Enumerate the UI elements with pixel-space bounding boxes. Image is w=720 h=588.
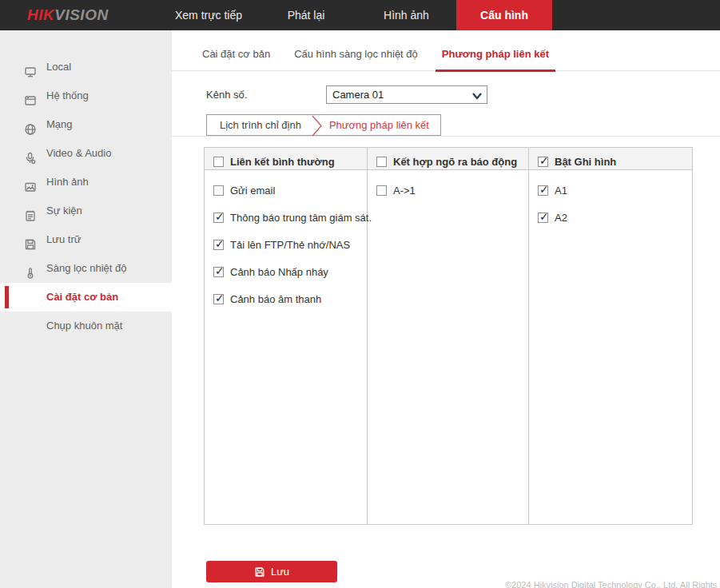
- checkbox-label: A1: [555, 185, 567, 197]
- checkbox-label: Cảnh báo Nhấp nháy: [230, 266, 328, 278]
- checkbox-item-a2[interactable]: A2: [529, 204, 692, 231]
- content-tabs: Cài đặt cơ bản Cấu hình sàng lọc nhiệt đ…: [172, 30, 720, 71]
- tab-linkage-method[interactable]: Phương pháp liên kết: [436, 48, 555, 72]
- linkage-table-header: Liên kết bình thường Kết hợp ngõ ra báo …: [205, 148, 692, 170]
- sidebar-item-local[interactable]: Local: [0, 53, 172, 81]
- sidebar-item-label: Lưu trữ: [46, 233, 81, 245]
- sidebar-item-label: Mạng: [46, 118, 73, 130]
- thermometer-icon: [24, 262, 37, 275]
- sidebar-item-video-audio[interactable]: Video & Audio: [0, 139, 172, 168]
- sidebar-item-label: Hệ thống: [46, 89, 89, 101]
- hikvision-config-page: { "top_nav": { "logo": { "part1": "HIK",…: [0, 0, 720, 588]
- checkbox-label: Cảnh báo âm thanh: [230, 293, 321, 305]
- logo-part-red: HIK: [27, 6, 54, 23]
- system-window-icon: [24, 89, 37, 102]
- nav-live-view[interactable]: Xem trực tiếp: [161, 0, 256, 30]
- sidebar-item-label: Sự kiện: [46, 205, 82, 217]
- checkbox-item-flashing-alarm[interactable]: Cảnh báo Nhấp nháy: [205, 258, 367, 285]
- checkbox[interactable]: [213, 240, 224, 250]
- sidebar-item-label: Chụp khuôn mặt: [46, 320, 122, 332]
- checkbox-label: Gửi email: [230, 185, 275, 197]
- checkbox[interactable]: [376, 157, 387, 167]
- copyright-text: ©2024 Hikvision Digital Technology Co., …: [505, 580, 720, 588]
- logo-part-gray: VISION: [54, 6, 108, 23]
- column-normal-linkage: Gửi email Thông báo trung tâm giám sát. …: [205, 170, 368, 524]
- header-label: Bật Ghi hình: [555, 156, 616, 168]
- sidebar-item-label: Cài đặt cơ bản: [46, 291, 118, 303]
- monitor-icon: [24, 61, 37, 74]
- checkbox[interactable]: [538, 157, 548, 167]
- hikvision-logo: HIKVISION: [27, 0, 109, 30]
- checkbox[interactable]: [213, 185, 224, 196]
- subtab-linkage-method[interactable]: Phương pháp liên kết: [323, 114, 441, 136]
- tab-temperature-screening-config[interactable]: Cấu hình sàng lọc nhiệt độ: [288, 48, 424, 72]
- event-note-icon: [24, 205, 37, 217]
- main-content: Cài đặt cơ bản Cấu hình sàng lọc nhiệt đ…: [172, 30, 720, 588]
- column-alarm-output: A->1: [368, 170, 529, 524]
- save-row: Lưu: [206, 561, 720, 582]
- nav-playback[interactable]: Phát lại: [256, 0, 356, 30]
- storage-floppy-icon: [24, 233, 37, 246]
- nav-configuration[interactable]: Cấu hình: [456, 0, 552, 30]
- checkbox-item-send-email[interactable]: Gửi email: [205, 177, 367, 204]
- save-button[interactable]: Lưu: [206, 561, 337, 582]
- microphone-icon: [24, 147, 37, 160]
- subtab-arrow-icon: [311, 114, 323, 136]
- sidebar-item-event[interactable]: Sự kiện: [0, 197, 172, 225]
- checkbox[interactable]: [213, 294, 224, 304]
- channel-row: Kênh số. Camera 01: [206, 85, 720, 104]
- checkbox-item-a1-output[interactable]: A->1: [368, 177, 528, 204]
- sidebar-item-face-capture[interactable]: Chụp khuôn mặt: [0, 312, 172, 340]
- sidebar-item-network[interactable]: Mạng: [0, 110, 172, 139]
- sidebar-item-temperature-screening[interactable]: Sàng lọc nhiệt độ: [0, 254, 172, 283]
- sidebar-item-label: Local: [46, 61, 71, 73]
- checkbox-item-upload-ftp[interactable]: Tải lên FTP/Thẻ nhớ/NAS: [205, 231, 367, 258]
- subtab-arming-schedule[interactable]: Lịch trình chỉ định: [206, 114, 311, 136]
- checkbox-item-audible-warning[interactable]: Cảnh báo âm thanh: [205, 285, 367, 312]
- checkbox-label: A->1: [393, 185, 416, 197]
- checkbox[interactable]: [213, 213, 224, 223]
- image-icon: [24, 176, 37, 189]
- subtab-strip: Lịch trình chỉ định Phương pháp liên kết: [172, 114, 720, 137]
- sidebar-item-image[interactable]: Hình ảnh: [0, 168, 172, 197]
- chevron-down-icon: [471, 89, 483, 106]
- channel-select-value: Camera 01: [332, 89, 384, 101]
- checkbox-item-notify-surveillance-center[interactable]: Thông báo trung tâm giám sát.: [205, 204, 367, 231]
- channel-select[interactable]: Camera 01: [326, 85, 487, 104]
- checkbox[interactable]: [538, 185, 548, 196]
- tab-basic-settings[interactable]: Cài đặt cơ bản: [196, 48, 276, 72]
- sidebar-item-label: Sàng lọc nhiệt độ: [46, 262, 126, 274]
- channel-label: Kênh số.: [206, 89, 326, 101]
- save-button-label: Lưu: [271, 566, 289, 578]
- sidebar: Local Hệ thống Mạng Video & Audio: [0, 30, 172, 588]
- sidebar-item-storage[interactable]: Lưu trữ: [0, 225, 172, 254]
- checkbox[interactable]: [376, 185, 387, 196]
- column-enable-recording: A1 A2: [529, 170, 692, 524]
- checkbox[interactable]: [213, 157, 224, 167]
- top-bar: HIKVISION Xem trực tiếp Phát lại Hình ản…: [0, 0, 720, 30]
- linkage-table: Liên kết bình thường Kết hợp ngõ ra báo …: [204, 147, 693, 525]
- sidebar-item-system[interactable]: Hệ thống: [0, 81, 172, 110]
- sidebar-item-label: Hình ảnh: [46, 176, 89, 188]
- network-globe-icon: [24, 118, 37, 131]
- checkbox[interactable]: [538, 213, 548, 223]
- sidebar-item-label: Video & Audio: [46, 147, 111, 159]
- checkbox-item-a1[interactable]: A1: [529, 177, 692, 204]
- checkbox-label: A2: [555, 212, 567, 224]
- header-label: Kết hợp ngõ ra báo động: [393, 156, 517, 168]
- sidebar-item-basic-settings[interactable]: Cài đặt cơ bản: [0, 283, 172, 312]
- save-floppy-icon: [254, 566, 265, 578]
- subtab-group: Lịch trình chỉ định Phương pháp liên kết: [206, 114, 441, 136]
- header-label: Liên kết bình thường: [230, 156, 335, 168]
- top-navigation: Xem trực tiếp Phát lại Hình ảnh Cấu hình: [161, 0, 552, 30]
- checkbox-label: Tải lên FTP/Thẻ nhớ/NAS: [230, 239, 350, 251]
- checkbox-label: Thông báo trung tâm giám sát.: [230, 212, 372, 224]
- linkage-table-body: Gửi email Thông báo trung tâm giám sát. …: [205, 170, 692, 524]
- nav-picture[interactable]: Hình ảnh: [356, 0, 456, 30]
- checkbox[interactable]: [213, 267, 224, 277]
